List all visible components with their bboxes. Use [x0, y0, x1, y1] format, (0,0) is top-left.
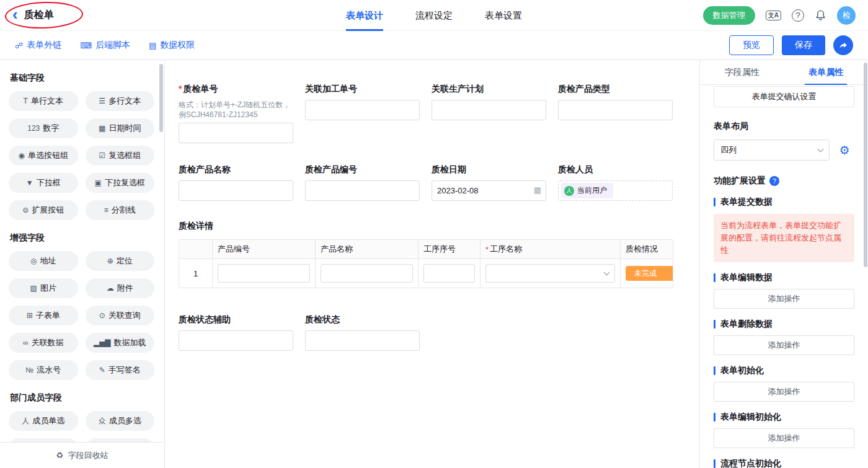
panel-scrollbar[interactable]: [864, 63, 867, 267]
field-helper-text: 格式：计划单号+-ZJ随机五位数， 例SCJH46781-ZJ12345: [179, 100, 293, 120]
section-form-init: 表单初始化: [714, 365, 854, 376]
table-header-step-no: 工序序号: [418, 240, 480, 258]
help-icon[interactable]: ?: [792, 9, 804, 22]
share-button[interactable]: [833, 35, 853, 55]
sidebar-scrollbar[interactable]: [159, 64, 163, 132]
extension-settings-title: 功能扩展设置: [714, 175, 766, 187]
notification-bell-icon[interactable]: [815, 9, 826, 21]
product-type-input[interactable]: [558, 100, 673, 120]
field-inspection-no[interactable]: *质检单号 格式：计划单号+-ZJ随机五位数， 例SCJH46781-ZJ123…: [179, 82, 293, 143]
header-tabs: 表单设计 流程设定 表单设置: [346, 0, 522, 31]
app-header: ‹ 质检单 表单设计 流程设定 表单设置 数据管理 文A ? 检: [0, 0, 868, 31]
field-label: 质检人员: [558, 163, 593, 175]
data-manage-button[interactable]: 数据管理: [703, 6, 755, 25]
submit-confirm-settings-button[interactable]: 表单提交确认设置: [714, 86, 854, 107]
field-product-name[interactable]: 质检产品名称: [179, 163, 293, 201]
extend-button-icon: ⊜: [22, 206, 29, 214]
user-avatar[interactable]: 检: [837, 6, 856, 25]
add-operation-button[interactable]: 添加操作: [714, 289, 854, 309]
field-product-no[interactable]: 质检产品编号: [305, 163, 420, 201]
product-name-input[interactable]: [179, 180, 293, 201]
data-permission-link[interactable]: ▤ 数据权限: [149, 40, 195, 51]
inspector-member-box[interactable]: 人 当前用户: [558, 180, 673, 201]
multi-line-text-icon: ☰: [99, 97, 105, 105]
status-aux-input[interactable]: [179, 330, 293, 351]
field-item-number[interactable]: 123数字: [9, 118, 78, 138]
field-item-linked-query[interactable]: ⊙关联查询: [86, 306, 155, 325]
field-item-data-load[interactable]: ▂▅▇数据加载: [86, 333, 155, 353]
chevron-down-icon: [604, 269, 610, 275]
header-left: ‹ 质检单: [12, 9, 54, 22]
field-production-plan[interactable]: 关联生产计划: [432, 82, 546, 143]
field-label: 质检日期: [432, 163, 466, 175]
form-external-link[interactable]: ☍ 表单外链: [15, 40, 61, 51]
back-icon[interactable]: ‹: [12, 6, 18, 22]
production-plan-input[interactable]: [432, 100, 546, 120]
field-item-multi-dropdown[interactable]: ▣下拉复选框: [86, 173, 155, 193]
field-item-member-single[interactable]: 人成员单选: [9, 411, 78, 431]
section-title-basic-fields: 基础字段: [10, 73, 154, 84]
tab-form-design[interactable]: 表单设计: [346, 0, 383, 31]
table-product-name-input[interactable]: [321, 264, 413, 283]
field-status-aux[interactable]: 质检状态辅助: [179, 313, 293, 351]
field-item-single-line-text[interactable]: T单行文本: [9, 91, 78, 111]
layout-row: 四列 ⚙: [714, 139, 854, 161]
translate-icon[interactable]: 文A: [766, 11, 781, 20]
current-user-tag[interactable]: 人 当前用户: [561, 183, 613, 198]
section-bar: [714, 198, 715, 206]
main-content: 基础字段 T单行文本 ☰多行文本 123数字 ▦日期时间 ◉单选按钮组 ☑复选框…: [0, 60, 868, 468]
field-item-linked-data[interactable]: ∞关联数据: [9, 333, 78, 353]
process-order-input[interactable]: [305, 100, 420, 120]
field-process-order[interactable]: 关联加工单号: [305, 82, 420, 143]
field-label: 关联加工单号: [305, 82, 357, 95]
tab-form-properties[interactable]: 表单属性: [784, 60, 868, 84]
table-product-no-input[interactable]: [218, 264, 310, 283]
serial-number-icon: №: [25, 366, 33, 374]
permission-icon: ▤: [149, 41, 156, 50]
field-item-member-multi[interactable]: 众成员多选: [86, 411, 155, 431]
field-item-location[interactable]: ⊕定位: [86, 251, 155, 271]
field-inspector[interactable]: 质检人员 人 当前用户: [558, 163, 673, 201]
step-name-select[interactable]: [485, 264, 615, 283]
field-item-divider[interactable]: ≡分割线: [86, 200, 155, 220]
field-item-multi-line-text[interactable]: ☰多行文本: [86, 91, 155, 111]
save-button[interactable]: 保存: [782, 35, 825, 55]
panel-body: 表单提交确认设置 表单布局 四列 ⚙ 功能扩展设置 ? 表单提交数据: [700, 85, 868, 468]
field-item-subform[interactable]: ⊞子表单: [9, 306, 78, 325]
field-item-checkbox-group[interactable]: ☑复选框组: [86, 146, 155, 166]
field-recycle-bin[interactable]: ♻ 字段回收站: [0, 442, 164, 468]
field-item-attachment[interactable]: ☁附件: [86, 278, 155, 298]
field-item-image[interactable]: ▨图片: [9, 278, 78, 298]
tab-form-settings[interactable]: 表单设置: [485, 0, 522, 31]
field-item-serial-number[interactable]: №流水号: [9, 360, 78, 380]
field-item-radio-group[interactable]: ◉单选按钮组: [9, 146, 78, 166]
section-bar: [714, 273, 715, 282]
layout-select[interactable]: 四列: [714, 139, 830, 161]
section-title-enhanced-fields: 增强字段: [10, 232, 154, 244]
extension-help-icon[interactable]: ?: [769, 176, 779, 186]
field-item-datetime[interactable]: ▦日期时间: [86, 118, 155, 138]
table-header-step-name: *工序名称: [480, 240, 621, 258]
tab-field-properties[interactable]: 字段属性: [700, 60, 784, 84]
field-inspection-date[interactable]: 质检日期 ▦: [432, 163, 546, 201]
inspection-no-input[interactable]: [179, 123, 293, 143]
tab-flow-setting[interactable]: 流程设定: [415, 0, 453, 31]
product-no-input[interactable]: [305, 180, 420, 201]
inspection-date-input[interactable]: [432, 180, 546, 201]
field-item-dropdown[interactable]: ▼下拉框: [9, 173, 78, 193]
field-product-type[interactable]: 质检产品类型: [558, 82, 673, 143]
field-item-signature[interactable]: ✎手写签名: [86, 360, 155, 380]
field-status[interactable]: 质检状态: [305, 313, 420, 351]
status-input[interactable]: [305, 330, 420, 351]
table-step-no-input[interactable]: [423, 264, 475, 283]
layout-gear-icon[interactable]: ⚙: [835, 140, 854, 160]
backend-script-link[interactable]: ⌨ 后端脚本: [80, 40, 130, 51]
number-icon: 123: [27, 124, 40, 133]
preview-button[interactable]: 预览: [729, 35, 774, 55]
add-operation-button[interactable]: 添加操作: [714, 428, 854, 448]
add-operation-button[interactable]: 添加操作: [714, 335, 854, 355]
section-title-member-fields: 部门成员字段: [10, 392, 154, 404]
add-operation-button[interactable]: 添加操作: [714, 382, 854, 402]
field-item-address[interactable]: ◎地址: [9, 251, 78, 271]
field-item-extend-button[interactable]: ⊜扩展按钮: [9, 200, 78, 220]
